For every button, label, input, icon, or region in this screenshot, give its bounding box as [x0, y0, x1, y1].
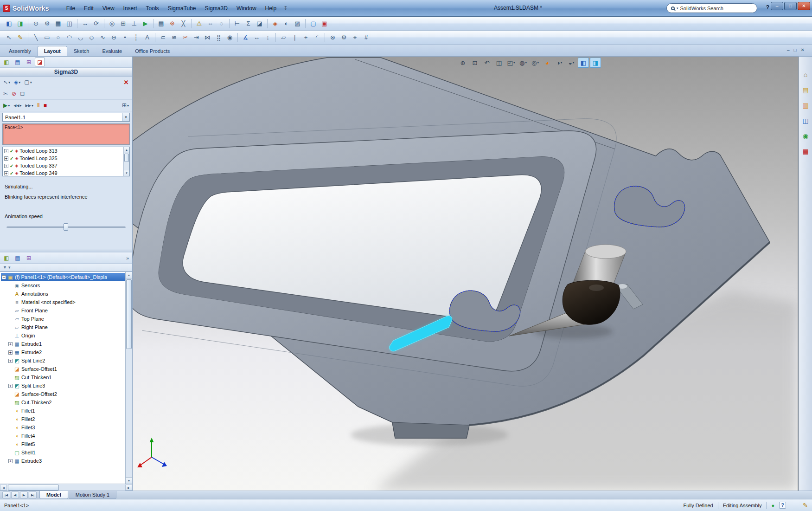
scroll-thumb[interactable] — [124, 154, 129, 162]
panel-select-combo[interactable]: Panel1-1 ▾ — [2, 113, 130, 122]
tree-item-split-line2[interactable]: + ◩ Split Line2 — [1, 356, 125, 365]
filter-icon[interactable]: ▼ — [3, 265, 7, 270]
maximize-button[interactable]: □ — [784, 2, 797, 10]
tree-item-front-plane[interactable]: ▱ Front Plane — [1, 306, 125, 315]
tree-expander[interactable]: + — [8, 384, 13, 388]
tree-item-extrude1[interactable]: + ▦ Extrude1 — [1, 340, 125, 348]
close-button[interactable]: ✕ — [798, 2, 810, 10]
coordinate-system-icon[interactable]: + — [301, 32, 311, 43]
scroll-down-arrow[interactable]: ▼ — [124, 170, 129, 176]
menu-item[interactable]: File — [62, 3, 79, 13]
mirror-components-icon[interactable]: ◫ — [64, 19, 75, 29]
check-icon[interactable]: ✓ — [10, 156, 13, 161]
tangent-arc-icon[interactable]: ◡ — [75, 32, 86, 43]
sigma3d-tab-icon[interactable]: ◪ — [35, 58, 45, 66]
search-box[interactable]: ▾ SolidWorks Search — [666, 3, 757, 13]
ignore-interference-icon[interactable]: ⊘ — [10, 89, 18, 98]
rotate-component-icon[interactable]: ⟳ — [91, 19, 102, 29]
tree-expander[interactable] — [8, 325, 13, 330]
mass-properties-icon[interactable]: Σ — [243, 19, 254, 29]
stop-button[interactable]: ■ — [42, 101, 48, 110]
zoom-to-fit-icon[interactable]: ⊕ — [457, 58, 468, 68]
tree-item-material[interactable]: ≡ Material <not specified> — [1, 298, 125, 306]
panel-tab-side-face[interactable] — [392, 422, 469, 438]
separator[interactable] — [155, 33, 155, 42]
tree-expander[interactable] — [8, 375, 13, 380]
appearances-scenes-icon[interactable]: ◉ — [800, 131, 811, 141]
tree-item-right-plane[interactable]: ▱ Right Plane — [1, 323, 125, 331]
separator[interactable] — [28, 33, 28, 42]
tree-item-surface-offset1[interactable]: ◪ Surface-Offset1 — [1, 365, 125, 373]
clearance-verification-icon[interactable]: ⇔ — [205, 19, 216, 29]
expander-icon[interactable]: + — [4, 164, 8, 168]
help-button[interactable]: ? — [766, 4, 769, 11]
scroll-up-arrow[interactable]: ▲ — [124, 147, 129, 153]
expander-icon[interactable]: + — [4, 149, 8, 153]
centerline-icon[interactable]: ┆ — [131, 32, 141, 43]
curvature-icon[interactable]: ◐ — [281, 19, 292, 29]
smart-dimension-icon[interactable]: ∡ — [240, 32, 251, 43]
tree-expander[interactable] — [8, 292, 13, 296]
scroll-down-arrow[interactable]: ▼ — [126, 477, 132, 484]
plane-icon[interactable]: ▱ — [278, 32, 289, 43]
polygon-icon[interactable]: ◇ — [86, 32, 97, 43]
linear-sketch-pattern-icon[interactable]: ⣿ — [213, 32, 224, 43]
tree-item-shell1[interactable]: ▢ Shell1 — [1, 448, 125, 457]
ellipse-icon[interactable]: ⊖ — [109, 32, 119, 43]
step-back-button[interactable]: ◀◀▾ — [12, 101, 23, 110]
axis-icon[interactable]: ∣ — [289, 32, 300, 43]
quick-tips-help-button[interactable]: ? — [779, 502, 786, 509]
tree-item-extrude2[interactable]: + ▦ Extrude2 — [1, 348, 125, 356]
tree-item-fillet5[interactable]: ◖ Fillet5 — [1, 440, 125, 448]
search-dropdown-arrow[interactable]: ▾ — [677, 6, 678, 10]
face-selection-box[interactable]: Face<1> — [2, 123, 130, 145]
simulation-advisor-icon[interactable]: ◈ — [270, 19, 281, 29]
file-explorer-icon[interactable]: ▥ — [800, 100, 811, 110]
section-view-icon[interactable]: ◫ — [493, 58, 505, 68]
tree-item-fillet1[interactable]: ◖ Fillet1 — [1, 407, 125, 415]
play-button[interactable]: ▶▾ — [2, 101, 11, 110]
sketch-icon[interactable]: ✎ — [15, 32, 26, 43]
centerpoint-arc-icon[interactable]: ◠ — [64, 32, 75, 43]
separator[interactable] — [28, 19, 28, 28]
step-forward-button[interactable]: ▶▶▾ — [24, 101, 35, 110]
tree-item-extrude3[interactable]: + ▦ Extrude3 — [1, 457, 125, 465]
tab-office-products[interactable]: Office Products — [128, 46, 176, 56]
tree-item-origin[interactable]: ⊥ Origin — [1, 331, 125, 340]
tree-horizontal-scrollbar[interactable]: ◀ ▶ — [0, 484, 132, 491]
tab-model[interactable]: Model — [39, 491, 68, 499]
close-sigma3d-button[interactable]: ✕ — [122, 79, 130, 86]
tab-assembly[interactable]: Assembly — [2, 46, 38, 56]
menu-item[interactable]: Window — [232, 3, 261, 13]
highlight-tool-icon[interactable]: ◈▾ — [13, 78, 22, 87]
edit-component-icon[interactable]: ◧ — [4, 19, 14, 29]
trim-entities-icon[interactable]: ✂ — [180, 32, 191, 43]
propertymanager-tab-icon[interactable]: ▤ — [13, 58, 23, 66]
zoom-to-area-icon[interactable]: ⊡ — [469, 58, 480, 68]
spline-icon[interactable]: ∿ — [97, 32, 108, 43]
mate-icon[interactable]: ⊙ — [31, 19, 41, 29]
offset-entities-icon[interactable]: ≋ — [169, 32, 179, 43]
sigmatube-icon[interactable]: ▢ — [308, 19, 319, 29]
tooled-loop-list[interactable]: + ✓ ◈ Tooled Loop 313 + ✓ ◈ Tooled Loop … — [2, 147, 130, 176]
scroll-up-arrow[interactable]: ▲ — [126, 272, 132, 278]
display-style-icon[interactable]: ◍▾ — [518, 58, 529, 68]
custom-properties-icon[interactable]: ▦ — [800, 146, 811, 156]
tree-expander[interactable] — [8, 392, 13, 396]
separator[interactable] — [229, 19, 230, 28]
point-icon[interactable]: • — [120, 32, 130, 43]
menu-item[interactable]: View — [98, 3, 119, 13]
tree-expander[interactable] — [8, 309, 13, 313]
combo-dropdown-arrow[interactable]: ▾ — [122, 113, 129, 121]
tree-item-panel1[interactable]: − ▣ (f) Panel1<1> (Default<<Default>_Dis… — [1, 273, 125, 281]
sigma3d-icon[interactable]: ▣ — [319, 19, 330, 29]
select-face-tool-icon[interactable]: ↖▾ — [2, 78, 12, 87]
design-library-icon[interactable]: ▤ — [800, 85, 811, 95]
separator[interactable] — [325, 33, 325, 42]
solidworks-resources-icon[interactable]: ⌂ — [800, 70, 811, 80]
tree-item-fillet4[interactable]: ◖ Fillet4 — [1, 432, 125, 440]
edit-appearance-icon[interactable]: ◕ — [542, 58, 553, 68]
viewport-layout-icon[interactable]: ⊞▾ — [121, 101, 130, 110]
loop-list-item[interactable]: + ✓ ◈ Tooled Loop 325 — [3, 155, 123, 162]
circle-icon[interactable]: ○ — [53, 32, 64, 43]
